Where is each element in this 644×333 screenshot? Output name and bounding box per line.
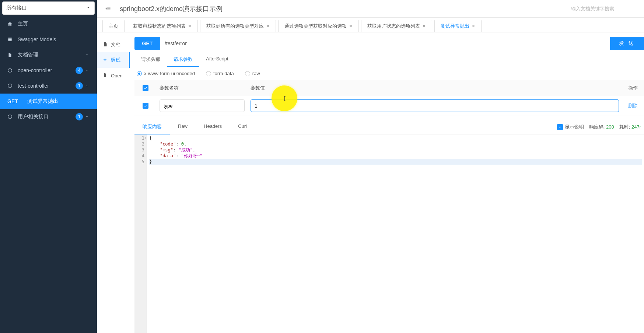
line-gutter: 12345 bbox=[134, 134, 147, 333]
api-group-selector[interactable]: 所有接口 bbox=[2, 1, 95, 15]
url-bar: GET /test/error 发 送 bbox=[134, 37, 644, 50]
debug-icon bbox=[103, 57, 108, 63]
chevron-up-icon bbox=[85, 83, 90, 89]
request-subtabs: 请求头部请求参数AfterScript bbox=[134, 52, 644, 67]
models-icon bbox=[7, 37, 14, 42]
close-icon[interactable]: ✕ bbox=[349, 24, 353, 29]
detail-nav-Open[interactable]: Open bbox=[97, 68, 130, 83]
sidebar-item-open-controller[interactable]: open-controller 4 bbox=[0, 63, 97, 78]
close-icon[interactable]: ✕ bbox=[188, 24, 192, 29]
count-badge: 1 bbox=[76, 82, 83, 90]
param-row: 删除 bbox=[134, 96, 644, 116]
tab-获取用户状态的选项列表[interactable]: 获取用户状态的选项列表✕ bbox=[361, 20, 432, 32]
code-body[interactable]: { "code": 0, "msg": "成功", "data": "你好呀~"… bbox=[147, 134, 644, 333]
line-number: 4 bbox=[134, 153, 144, 159]
resp-tab-Raw[interactable]: Raw bbox=[170, 120, 196, 134]
tab-测试异常抛出[interactable]: 测试异常抛出✕ bbox=[434, 20, 482, 32]
search-box bbox=[571, 3, 637, 15]
detail-nav: 文档调试Open bbox=[97, 32, 130, 333]
tab-通过选项类型获取对应的选项[interactable]: 通过选项类型获取对应的选项✕ bbox=[278, 20, 359, 32]
col-header-action: 操作 bbox=[622, 85, 644, 91]
chevron-down-icon bbox=[85, 52, 90, 58]
sidebar-item-文档管理[interactable]: 文档管理 bbox=[0, 47, 97, 63]
resp-tab-响应内容[interactable]: 响应内容 bbox=[134, 120, 170, 134]
subtab-请求参数[interactable]: 请求参数 bbox=[167, 52, 199, 67]
response-tabs: 响应内容RawHeadersCurl 显示说明 响应码: 200 耗时: 247… bbox=[134, 120, 644, 134]
radio-label: form-data bbox=[213, 71, 234, 76]
url-input[interactable]: /test/error bbox=[160, 37, 610, 50]
url-text: /test/error bbox=[165, 41, 187, 46]
sidebar-item-用户相关接口[interactable]: 用户相关接口 1 bbox=[0, 109, 97, 125]
sidebar-item-Swagger Models[interactable]: Swagger Models bbox=[0, 32, 97, 47]
line-number: 3 bbox=[134, 147, 144, 153]
json-key: "code" bbox=[160, 141, 176, 147]
tab-label: 测试异常抛出 bbox=[441, 23, 469, 29]
tab-label: 主页 bbox=[109, 23, 118, 29]
sidebar-item-label: test-controller bbox=[18, 83, 76, 89]
subitem-label: 测试异常抛出 bbox=[27, 98, 58, 105]
detail-nav-文档[interactable]: 文档 bbox=[97, 37, 130, 52]
close-icon[interactable]: ✕ bbox=[266, 24, 270, 29]
json-brace: { bbox=[149, 136, 152, 141]
subtab-AfterScript[interactable]: AfterScript bbox=[199, 52, 235, 67]
col-header-name: 参数名称 bbox=[157, 85, 248, 91]
radio-label: x-www-form-urlencoded bbox=[144, 71, 195, 76]
param-value-input[interactable] bbox=[251, 99, 619, 112]
resp-tab-Headers[interactable]: Headers bbox=[196, 120, 230, 134]
sidebar-item-test-controller[interactable]: test-controller 1 bbox=[0, 78, 97, 94]
response-meta: 显示说明 响应码: 200 耗时: 247r bbox=[557, 124, 644, 130]
doc-icon bbox=[7, 52, 14, 57]
close-icon[interactable]: ✕ bbox=[422, 24, 426, 29]
line-number: 1 bbox=[134, 135, 144, 141]
bodytype-radio-form-data[interactable]: form-data bbox=[206, 71, 234, 76]
selector-label: 所有接口 bbox=[6, 5, 27, 11]
tab-label: 获取用户状态的选项列表 bbox=[367, 23, 420, 29]
sidebar-item-label: open-controller bbox=[18, 67, 76, 73]
count-badge: 1 bbox=[76, 113, 83, 120]
tab-获取审核状态的选项列表[interactable]: 获取审核状态的选项列表✕ bbox=[127, 20, 198, 32]
radio-icon bbox=[206, 71, 211, 76]
page-title: springboot2.x的demo演示接口示例 bbox=[120, 4, 571, 13]
detail-nav-调试[interactable]: 调试 bbox=[97, 52, 130, 68]
params-table: 参数名称 参数值 操作 删除 bbox=[134, 80, 644, 116]
select-all-checkbox[interactable] bbox=[143, 85, 148, 91]
sidebar-item-label: 主页 bbox=[18, 21, 90, 27]
tab-label: 获取到所有的选项类型对应 bbox=[206, 23, 264, 29]
show-desc-label: 显示说明 bbox=[565, 124, 584, 130]
tab-label: 获取审核状态的选项列表 bbox=[133, 23, 186, 29]
close-icon[interactable]: ✕ bbox=[472, 24, 475, 29]
sidebar-item-label: 文档管理 bbox=[18, 52, 85, 58]
http-method-label: GET bbox=[7, 98, 27, 104]
json-key: "data" bbox=[160, 153, 176, 158]
param-name-input[interactable] bbox=[160, 99, 245, 112]
resp-tab-Curl[interactable]: Curl bbox=[230, 120, 255, 134]
nav-label: Open bbox=[111, 73, 123, 78]
line-number: 5 bbox=[134, 159, 144, 165]
radio-icon bbox=[245, 71, 250, 76]
delete-param-link[interactable]: 删除 bbox=[628, 103, 638, 108]
body-type-radios: x-www-form-urlencodedform-dataraw bbox=[134, 67, 644, 80]
json-number: 0 bbox=[181, 141, 184, 147]
chevron-down-icon bbox=[85, 114, 90, 120]
subtab-请求头部[interactable]: 请求头部 bbox=[134, 52, 167, 67]
doc-icon bbox=[103, 42, 108, 48]
api-icon bbox=[7, 114, 14, 119]
tab-获取到所有的选项类型对应[interactable]: 获取到所有的选项类型对应✕ bbox=[200, 20, 276, 32]
show-description-toggle[interactable]: 显示说明 bbox=[557, 124, 584, 130]
bodytype-radio-x-www-form-urlencoded[interactable]: x-www-form-urlencoded bbox=[137, 71, 195, 76]
response-time-label: 耗时: bbox=[619, 124, 630, 130]
bodytype-radio-raw[interactable]: raw bbox=[245, 71, 260, 76]
http-method-badge: GET bbox=[134, 37, 160, 50]
collapse-sidebar-button[interactable] bbox=[104, 4, 112, 13]
param-checkbox[interactable] bbox=[143, 103, 148, 109]
home-icon bbox=[7, 21, 14, 27]
tab-主页[interactable]: 主页 bbox=[102, 20, 125, 32]
sidebar-subitem[interactable]: GET测试异常抛出 bbox=[0, 94, 97, 109]
search-input[interactable] bbox=[571, 3, 637, 15]
json-key: "msg" bbox=[160, 147, 173, 153]
sidebar-item-主页[interactable]: 主页 bbox=[0, 16, 97, 32]
main-content: springboot2.x的demo演示接口示例 主页获取审核状态的选项列表✕获… bbox=[97, 0, 644, 333]
nav-label: 调试 bbox=[111, 57, 120, 63]
radio-icon bbox=[137, 71, 142, 76]
send-button[interactable]: 发 送 bbox=[610, 37, 644, 50]
